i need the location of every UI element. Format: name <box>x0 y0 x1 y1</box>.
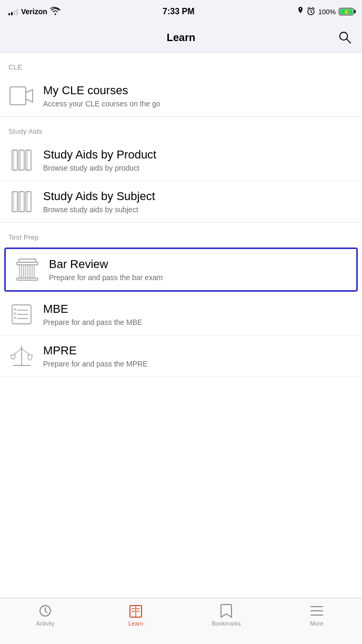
svg-rect-22 <box>32 265 34 278</box>
svg-rect-21 <box>28 265 30 278</box>
list-item-study-aids-product[interactable]: Study Aids by Product Browse study aids … <box>0 140 362 181</box>
item-text-study-aids-subject: Study Aids by Subject Browse study aids … <box>43 190 354 214</box>
svg-rect-27 <box>14 309 16 310</box>
svg-rect-18 <box>19 259 36 262</box>
item-subtitle-study-aids-product: Browse study aids by product <box>43 164 354 172</box>
svg-rect-11 <box>19 192 24 212</box>
svg-rect-5 <box>19 150 24 170</box>
item-subtitle-bar-review: Prepare for and pass the bar exam <box>49 273 348 282</box>
list-item-bar-review[interactable]: Bar Review Prepare for and pass the bar … <box>6 249 356 290</box>
tab-item-more[interactable]: More <box>272 603 362 627</box>
tab-item-bookmarks[interactable]: Bookmarks <box>181 603 272 627</box>
item-text-my-cle-courses: My CLE courses Access your CLE courses o… <box>43 84 354 108</box>
carrier-label: Verizon <box>21 7 47 16</box>
books-subject-icon <box>8 189 35 215</box>
bookmark-icon <box>219 603 234 618</box>
item-subtitle-my-cle-courses: Access your CLE courses on the go <box>43 100 354 108</box>
item-subtitle-mbe: Prepare for and pass the MBE <box>43 318 354 326</box>
item-title-study-aids-product: Study Aids by Product <box>43 148 354 162</box>
svg-rect-19 <box>19 265 22 278</box>
section-header-test-prep: Test Prep <box>0 223 362 245</box>
list-item-mbe[interactable]: MBE Prepare for and pass the MBE <box>0 294 362 335</box>
svg-rect-10 <box>12 192 17 212</box>
section-header-cle: CLE <box>0 53 362 75</box>
status-bar: Verizon 7:33 PM 100% ⚡ <box>0 0 362 23</box>
building-icon <box>14 256 41 283</box>
signal-bars-icon <box>8 8 18 15</box>
svg-point-34 <box>21 348 23 350</box>
svg-line-33 <box>22 349 30 355</box>
menu-icon <box>309 603 324 618</box>
scales-icon <box>8 343 35 369</box>
search-icon <box>338 30 351 44</box>
svg-rect-6 <box>26 150 31 170</box>
svg-rect-29 <box>14 317 16 319</box>
books-product-icon <box>8 147 35 173</box>
page-title: Learn <box>167 32 195 44</box>
tab-label-bookmarks: Bookmarks <box>212 620 240 627</box>
tab-item-activity[interactable]: Activity <box>0 603 91 627</box>
tab-label-more: More <box>310 620 323 627</box>
list-item-bar-review-wrapper: Bar Review Prepare for and pass the bar … <box>4 247 358 292</box>
item-title-bar-review: Bar Review <box>49 257 348 271</box>
svg-line-2 <box>347 39 350 43</box>
item-title-my-cle-courses: My CLE courses <box>43 84 354 97</box>
item-text-bar-review: Bar Review Prepare for and pass the bar … <box>49 257 348 282</box>
item-subtitle-study-aids-subject: Browse study aids by subject <box>43 205 354 214</box>
item-text-mbe: MBE Prepare for and pass the MBE <box>43 302 354 326</box>
content-area: CLE My CLE courses Access your CLE cours… <box>0 53 362 423</box>
location-icon <box>297 7 304 17</box>
item-subtitle-mpre: Prepare for and pass the MPRE <box>43 360 354 368</box>
status-time: 7:33 PM <box>163 7 194 16</box>
item-title-study-aids-subject: Study Aids by Subject <box>43 190 354 203</box>
battery-indicator: ⚡ <box>339 8 354 15</box>
svg-rect-3 <box>10 87 26 105</box>
status-bar-right: 100% ⚡ <box>297 7 354 17</box>
list-item-my-cle-courses[interactable]: My CLE courses Access your CLE courses o… <box>0 75 362 117</box>
status-bar-left: Verizon <box>8 7 60 16</box>
alarm-icon <box>307 7 315 17</box>
list-item-mpre[interactable]: MPRE Prepare for and pass the MPRE <box>0 335 362 377</box>
item-title-mbe: MBE <box>43 302 354 316</box>
section-header-study-aids: Study Aids <box>0 117 362 140</box>
list-item-study-aids-subject[interactable]: Study Aids by Subject Browse study aids … <box>0 181 362 223</box>
checklist-icon <box>8 301 35 328</box>
svg-rect-20 <box>24 265 26 278</box>
svg-rect-4 <box>12 150 17 170</box>
tab-item-learn[interactable]: Learn <box>91 603 181 627</box>
search-button[interactable] <box>336 28 354 47</box>
nav-bar: Learn <box>0 23 362 53</box>
item-text-study-aids-product: Study Aids by Product Browse study aids … <box>43 148 354 172</box>
video-icon <box>8 83 35 109</box>
svg-rect-12 <box>26 192 31 212</box>
item-title-mpre: MPRE <box>43 344 354 358</box>
svg-line-32 <box>13 349 22 355</box>
tab-bar: Activity Learn Bookmarks <box>0 598 362 644</box>
tab-label-activity: Activity <box>36 620 55 627</box>
battery-percentage: 100% <box>318 8 336 16</box>
svg-point-1 <box>340 32 348 40</box>
book-open-icon <box>128 603 143 618</box>
item-text-mpre: MPRE Prepare for and pass the MPRE <box>43 344 354 368</box>
wifi-icon <box>51 7 60 16</box>
svg-rect-28 <box>14 313 16 314</box>
clock-icon <box>38 603 53 618</box>
tab-label-learn: Learn <box>128 620 143 627</box>
